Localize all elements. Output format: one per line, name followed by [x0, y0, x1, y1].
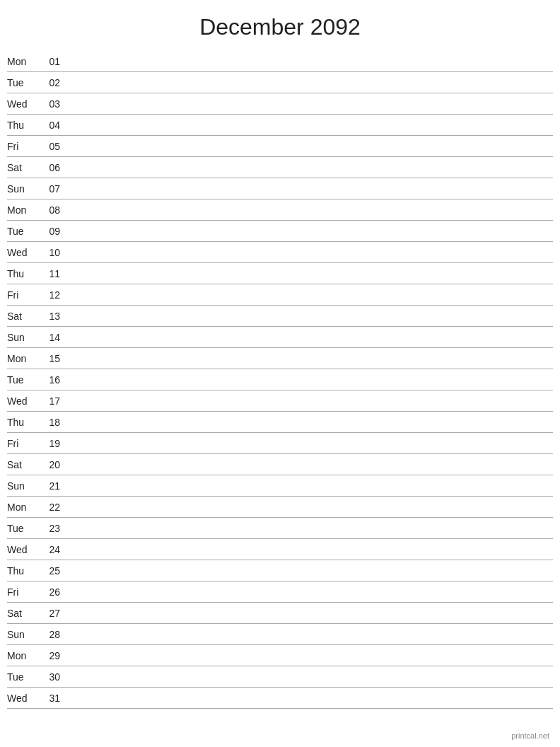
day-line	[66, 485, 553, 486]
day-number: 25	[39, 565, 60, 577]
day-name: Mon	[7, 650, 39, 661]
day-number: 03	[39, 98, 60, 110]
day-number: 20	[39, 459, 60, 470]
day-number: 09	[39, 226, 60, 237]
day-row: Sat06	[7, 157, 553, 178]
day-row: Tue30	[7, 666, 553, 688]
day-row: Mon29	[7, 645, 553, 666]
day-name: Wed	[7, 544, 39, 555]
day-row: Sat27	[7, 603, 553, 624]
day-line	[66, 146, 553, 146]
day-row: Wed10	[7, 242, 553, 263]
day-name: Thu	[7, 120, 39, 131]
day-number: 26	[39, 586, 60, 598]
calendar-grid: Mon01Tue02Wed03Thu04Fri05Sat06Sun07Mon08…	[0, 51, 560, 709]
day-name: Tue	[7, 671, 39, 683]
day-number: 21	[39, 480, 60, 492]
day-row: Wed03	[7, 93, 553, 115]
day-row: Sun14	[7, 327, 553, 348]
day-row: Fri19	[7, 433, 553, 454]
day-name: Sun	[7, 332, 39, 343]
day-name: Thu	[7, 565, 39, 577]
day-row: Sat13	[7, 306, 553, 327]
day-number: 08	[39, 204, 60, 216]
day-number: 23	[39, 523, 60, 534]
day-row: Tue09	[7, 221, 553, 242]
day-name: Fri	[7, 289, 39, 301]
day-name: Thu	[7, 417, 39, 428]
day-row: Thu04	[7, 115, 553, 136]
day-name: Fri	[7, 586, 39, 598]
day-number: 12	[39, 289, 60, 301]
day-row: Fri05	[7, 136, 553, 157]
day-number: 15	[39, 353, 60, 364]
day-number: 14	[39, 332, 60, 343]
day-row: Mon08	[7, 199, 553, 221]
day-line	[66, 506, 553, 507]
page-title: December 2092	[0, 0, 560, 51]
day-name: Mon	[7, 56, 39, 67]
day-line	[66, 188, 553, 189]
day-number: 05	[39, 141, 60, 152]
day-number: 04	[39, 120, 60, 131]
day-row: Mon22	[7, 497, 553, 518]
day-line	[66, 315, 553, 316]
day-line	[66, 231, 553, 231]
day-row: Sun21	[7, 475, 553, 497]
day-number: 13	[39, 311, 60, 322]
day-name: Mon	[7, 502, 39, 513]
day-row: Mon15	[7, 348, 553, 369]
day-number: 17	[39, 395, 60, 407]
day-number: 11	[39, 268, 60, 279]
day-name: Mon	[7, 353, 39, 364]
day-name: Fri	[7, 438, 39, 449]
day-name: Tue	[7, 523, 39, 534]
day-line	[66, 252, 553, 253]
day-row: Wed17	[7, 390, 553, 412]
day-number: 06	[39, 162, 60, 173]
day-line	[66, 61, 553, 62]
day-name: Sat	[7, 459, 39, 470]
day-number: 07	[39, 183, 60, 195]
day-line	[66, 358, 553, 359]
day-line	[66, 294, 553, 295]
day-name: Wed	[7, 395, 39, 407]
day-line	[66, 634, 553, 635]
day-name: Mon	[7, 204, 39, 216]
day-number: 01	[39, 56, 60, 67]
day-row: Wed31	[7, 688, 553, 709]
day-number: 22	[39, 502, 60, 513]
day-name: Wed	[7, 98, 39, 110]
day-line	[66, 528, 553, 528]
day-name: Sat	[7, 311, 39, 322]
day-line	[66, 82, 553, 83]
day-number: 19	[39, 438, 60, 449]
day-row: Fri26	[7, 581, 553, 603]
day-name: Sat	[7, 608, 39, 619]
day-number: 02	[39, 77, 60, 88]
day-row: Thu25	[7, 560, 553, 581]
day-number: 28	[39, 629, 60, 640]
day-number: 10	[39, 247, 60, 258]
day-name: Fri	[7, 141, 39, 152]
day-row: Tue02	[7, 72, 553, 93]
day-number: 29	[39, 650, 60, 661]
footer-label: printcal.net	[511, 731, 549, 740]
day-row: Mon01	[7, 51, 553, 72]
day-line	[66, 167, 553, 168]
day-line	[66, 124, 553, 125]
day-line	[66, 613, 553, 613]
day-line	[66, 443, 553, 444]
day-row: Fri12	[7, 284, 553, 306]
day-line	[66, 103, 553, 104]
day-line	[66, 655, 553, 656]
day-name: Wed	[7, 247, 39, 258]
day-name: Sun	[7, 480, 39, 492]
day-line	[66, 337, 553, 337]
day-name: Tue	[7, 226, 39, 237]
day-number: 30	[39, 671, 60, 683]
day-line	[66, 273, 553, 274]
day-line	[66, 549, 553, 550]
day-line	[66, 591, 553, 592]
day-number: 16	[39, 374, 60, 386]
